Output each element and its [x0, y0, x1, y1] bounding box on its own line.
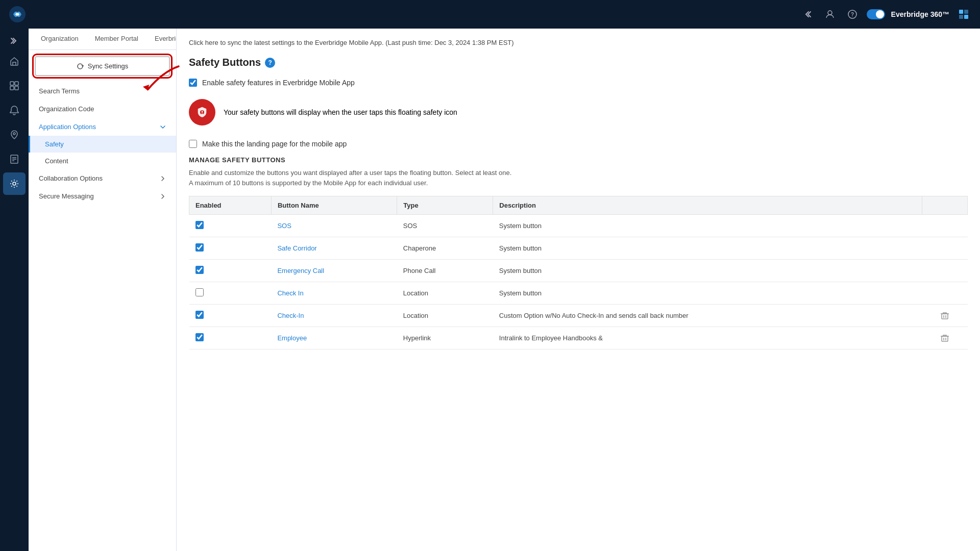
- enable-safety-label[interactable]: Enable safety features in Everbridge Mob…: [202, 79, 355, 87]
- everbridge-360-toggle[interactable]: [867, 9, 885, 19]
- landing-page-label[interactable]: Make this the landing page for the mobil…: [202, 140, 347, 148]
- manage-safety-title: MANAGE SAFETY BUTTONS: [189, 156, 968, 164]
- svg-rect-5: [964, 10, 968, 14]
- nav-content[interactable]: Content: [29, 153, 176, 169]
- svg-rect-24: [942, 336, 948, 341]
- landing-page-checkbox[interactable]: [189, 140, 197, 148]
- sidebar-item-home[interactable]: [3, 50, 26, 72]
- main-tabs: Organization Member Portal Everbridge Op…: [29, 29, 176, 50]
- enable-safety-row: Enable safety features in Everbridge Mob…: [189, 79, 968, 87]
- svg-rect-21: [942, 314, 948, 319]
- svg-point-17: [13, 182, 16, 185]
- content-area: Click here to sync the latest settings t…: [177, 29, 980, 551]
- sync-info-text: Click here to sync the latest settings t…: [189, 37, 968, 46]
- main-container: Organization Member Portal Everbridge Op…: [29, 29, 980, 551]
- svg-rect-8: [10, 82, 14, 85]
- svg-rect-20: [202, 113, 203, 114]
- delete-button[interactable]: [928, 334, 961, 343]
- table-row: Check-InLocationCustom Option w/No Auto …: [189, 305, 968, 327]
- svg-rect-9: [15, 82, 18, 85]
- button-type: Location: [397, 305, 493, 327]
- sync-section: Sync Settings: [29, 50, 176, 82]
- table-row: SOSSOSSystem button: [189, 215, 968, 237]
- svg-rect-7: [964, 15, 968, 19]
- safety-buttons-table: Enabled Button Name Type Description SOS…: [189, 196, 968, 349]
- delete-button[interactable]: [928, 311, 961, 320]
- table-row: EmployeeHyperlinkIntralink to Employee H…: [189, 327, 968, 349]
- sidebar-item-notifications[interactable]: [3, 99, 26, 121]
- col-actions: [922, 196, 967, 215]
- everbridge-360-label: Everbridge 360™: [891, 10, 949, 18]
- safety-icon-row: Your safety buttons will display when th…: [189, 95, 968, 130]
- landing-page-row: Make this the landing page for the mobil…: [189, 140, 968, 148]
- sidebar: [0, 29, 29, 551]
- button-type: Phone Call: [397, 260, 493, 282]
- tab-organization[interactable]: Organization: [33, 29, 87, 49]
- app-icon[interactable]: [955, 6, 972, 22]
- row-enabled-checkbox[interactable]: [195, 266, 204, 274]
- tab-everbridge-open[interactable]: Everbridge Open: [146, 29, 177, 49]
- col-enabled: Enabled: [189, 196, 272, 215]
- svg-rect-19: [202, 111, 203, 113]
- sidebar-toggle[interactable]: [0, 33, 29, 49]
- button-name-link[interactable]: Safe Corridor: [277, 244, 316, 252]
- button-description: System button: [493, 237, 922, 260]
- user-icon[interactable]: [822, 6, 838, 22]
- col-button-name: Button Name: [271, 196, 397, 215]
- button-description: Custom Option w/No Auto Check-In and sen…: [493, 305, 922, 327]
- sidebar-item-location[interactable]: [3, 123, 26, 146]
- svg-rect-4: [959, 10, 963, 14]
- svg-text:?: ?: [851, 12, 854, 17]
- row-enabled-checkbox[interactable]: [195, 221, 204, 229]
- sidebar-item-dashboard[interactable]: [3, 74, 26, 97]
- sidebar-item-reports[interactable]: [3, 148, 26, 170]
- button-type: Location: [397, 282, 493, 305]
- button-description: System button: [493, 215, 922, 237]
- button-type: SOS: [397, 215, 493, 237]
- button-name-link[interactable]: Employee: [277, 334, 307, 342]
- sidebar-item-settings[interactable]: [3, 172, 26, 195]
- topbar-right: ? Everbridge 360™: [799, 6, 972, 22]
- sync-button-label: Sync Settings: [88, 62, 129, 70]
- svg-point-12: [13, 133, 15, 135]
- svg-rect-10: [10, 86, 14, 90]
- safety-floating-icon: [189, 99, 215, 126]
- col-type: Type: [397, 196, 493, 215]
- svg-rect-6: [959, 15, 963, 19]
- button-description: System button: [493, 282, 922, 305]
- enable-safety-checkbox[interactable]: [189, 79, 197, 87]
- nav-safety[interactable]: Safety: [29, 136, 176, 153]
- button-type: Hyperlink: [397, 327, 493, 349]
- section-title-row: Safety Buttons ?: [189, 57, 968, 68]
- tab-member-portal[interactable]: Member Portal: [87, 29, 146, 49]
- nav-search-terms[interactable]: Search Terms: [29, 82, 176, 100]
- button-name-link[interactable]: Check-In: [277, 312, 304, 319]
- manage-safety-desc: Enable and customize the buttons you wan…: [189, 168, 968, 188]
- nav-secure-messaging[interactable]: Secure Messaging: [29, 187, 176, 205]
- table-row: Check InLocationSystem button: [189, 282, 968, 305]
- svg-rect-11: [15, 86, 18, 90]
- nav-app-options[interactable]: Application Options: [29, 118, 176, 136]
- help-circle-icon[interactable]: ?: [844, 6, 861, 22]
- logo[interactable]: [8, 5, 27, 23]
- button-name-link[interactable]: Check In: [277, 289, 303, 297]
- button-description: System button: [493, 260, 922, 282]
- nav-collab-options[interactable]: Collaboration Options: [29, 169, 176, 187]
- nav-panel: Organization Member Portal Everbridge Op…: [29, 29, 177, 551]
- button-name-link[interactable]: Emergency Call: [277, 267, 324, 274]
- col-description: Description: [493, 196, 922, 215]
- svg-point-1: [828, 11, 832, 15]
- row-enabled-checkbox[interactable]: [195, 243, 204, 252]
- row-enabled-checkbox[interactable]: [195, 288, 204, 296]
- row-enabled-checkbox[interactable]: [195, 333, 204, 341]
- sync-settings-button[interactable]: Sync Settings: [35, 56, 170, 76]
- button-name-link[interactable]: SOS: [277, 222, 291, 230]
- topbar: ? Everbridge 360™: [0, 0, 980, 29]
- nav-org-code[interactable]: Organization Code: [29, 100, 176, 118]
- safety-buttons-help-icon[interactable]: ?: [265, 58, 275, 68]
- page-title: Safety Buttons: [189, 57, 261, 68]
- button-type: Chaperone: [397, 237, 493, 260]
- collapse-icon[interactable]: [799, 6, 816, 22]
- row-enabled-checkbox[interactable]: [195, 311, 204, 319]
- table-row: Emergency CallPhone CallSystem button: [189, 260, 968, 282]
